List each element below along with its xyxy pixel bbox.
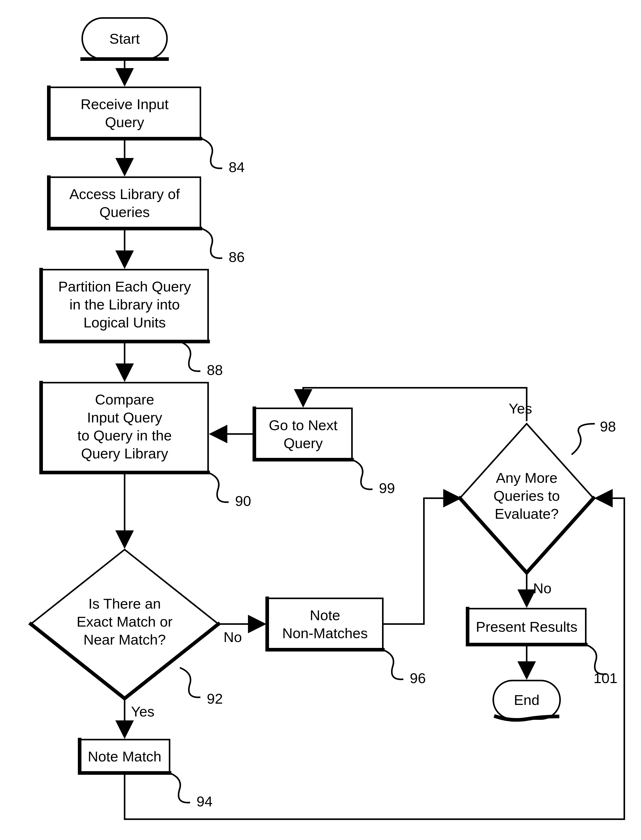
end-terminal: End (493, 681, 560, 720)
ref-101: 101 (593, 670, 617, 686)
yes-label-1: Yes (131, 703, 155, 720)
flowchart: Start Receive Input Query 84 Access Libr… (0, 0, 641, 840)
svg-rect-2 (49, 87, 200, 139)
ref-88: 88 (207, 362, 223, 378)
start-label: Start (110, 31, 140, 47)
no-label-1: No (224, 629, 242, 645)
no-label-2: No (533, 580, 552, 596)
text: Query Library (81, 445, 168, 461)
text: Queries (100, 204, 150, 220)
text: Evaluate? (494, 506, 559, 522)
svg-rect-10 (254, 408, 352, 460)
text: Near Match? (84, 631, 166, 648)
text: Compare (95, 391, 154, 408)
ref-92: 92 (207, 691, 223, 707)
ref-90: 90 (235, 493, 251, 509)
ref-98: 98 (600, 418, 616, 435)
text: Is There an (89, 596, 161, 612)
text: Go to Next (269, 417, 338, 433)
text: Input Query (87, 410, 163, 426)
text: Note (310, 607, 340, 623)
ref-84: 84 (229, 159, 245, 175)
text: Access Library of (69, 186, 180, 202)
compare-box: Compare Input Query to Query in the Quer… (41, 383, 208, 472)
ref-94: 94 (196, 793, 213, 809)
goto-next-query-box: Go to Next Query (254, 408, 352, 460)
text: Query (283, 435, 323, 451)
svg-rect-15 (267, 598, 383, 650)
text: Note Match (88, 748, 161, 765)
text: in the Library into (69, 296, 180, 313)
receive-input-query-box: Receive Input Query (49, 87, 200, 139)
text: Non-Matches (282, 625, 368, 641)
note-match-box: Note Match (80, 740, 169, 773)
text: Exact Match or (77, 614, 172, 630)
yes-label-2: Yes (509, 400, 532, 416)
text: Any More (496, 470, 557, 486)
text: to Query in the (77, 427, 172, 443)
partition-box: Partition Each Query in the Library into… (41, 270, 208, 342)
ref-96: 96 (410, 670, 426, 686)
present-results-box: Present Results (467, 609, 586, 644)
decision-more: Any More Queries to Evaluate? (460, 424, 593, 573)
ref-99: 99 (379, 480, 395, 496)
text: Query (105, 114, 144, 130)
text: Present Results (476, 618, 577, 635)
text: Logical Units (84, 314, 166, 331)
text: Partition Each Query (58, 278, 191, 294)
note-nonmatches-box: Note Non-Matches (267, 598, 383, 650)
start-terminal: Start (82, 18, 167, 59)
svg-rect-4 (49, 177, 200, 228)
ref-86: 86 (229, 249, 245, 265)
end-label: End (514, 692, 540, 708)
access-library-box: Access Library of Queries (49, 177, 200, 228)
text: Receive Input (81, 96, 169, 112)
text: Queries to (493, 488, 560, 504)
